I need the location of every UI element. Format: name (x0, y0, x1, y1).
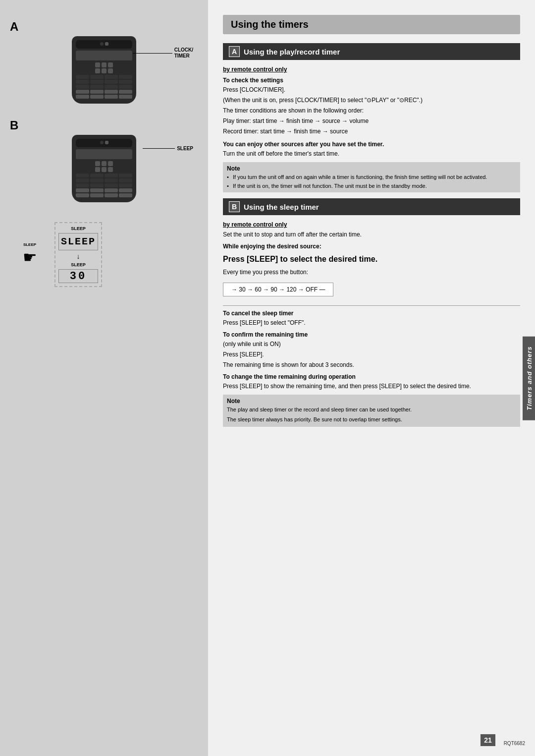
section-a-header: A Using the play/record timer (223, 43, 520, 60)
section-a-label: A (10, 20, 198, 34)
remote-btn (108, 68, 113, 73)
every-time-text: Every time you press the button: (223, 269, 520, 276)
remote-a-top (76, 40, 132, 49)
remote-btn (119, 80, 132, 84)
page-title: Using the timers (223, 15, 520, 34)
remote-btn (105, 178, 118, 182)
remote-btn (100, 141, 104, 144)
remote-btn (119, 178, 132, 182)
remote-btn (119, 183, 132, 187)
remote-btn (105, 75, 118, 79)
remote-btn (76, 80, 89, 84)
remote-btn (102, 62, 107, 67)
sleep-hand-icon-container: SLEEP ☛ (15, 240, 45, 270)
change-text: Press [SLEEP] to show the remaining time… (223, 382, 520, 391)
remote-display (76, 51, 132, 60)
while-enjoying-title: While enjoying the desired source: (223, 243, 520, 250)
remote-btn (119, 188, 132, 192)
page: A (0, 0, 535, 756)
clock-arrow-line (133, 53, 172, 54)
remote-btn (119, 85, 132, 89)
section-a-title: Using the play/record timer (244, 48, 340, 56)
remote-b (72, 135, 136, 202)
remote-btn (105, 42, 108, 46)
remote-btn (76, 85, 89, 89)
remote-b-container: SLEEP (10, 135, 198, 202)
right-panel: Using the timers A Using the play/record… (208, 0, 535, 756)
remote-btn (105, 174, 118, 177)
sleep-label-text: SLEEP (177, 146, 193, 151)
sleep-display-top-label: SLEEP (71, 226, 86, 231)
remote-grid-2 (76, 90, 132, 99)
remote-btn (119, 90, 132, 94)
press-sleep-text: Press [SLEEP] to select the desired time… (223, 255, 520, 264)
enjoy-bold-text: You can enjoy other sources after you ha… (223, 141, 384, 148)
remote-btn (102, 167, 107, 172)
note-box-2: Note The play and sleep timer or the rec… (223, 395, 520, 427)
confirm-text1: (only while unit is ON) (223, 340, 520, 349)
by-remote-2: by remote control only (223, 221, 520, 228)
clock-label-text: CLOCK/TIMER (174, 47, 193, 59)
note2-text1: The play and sleep timer or the record a… (227, 406, 516, 414)
note1-bullet1: If you turn the unit off and on again wh… (227, 173, 516, 182)
sleep-hand-icon: ☛ (23, 248, 37, 267)
remote-btn (100, 42, 104, 46)
remote-btn (105, 188, 118, 192)
remote-btn (76, 193, 89, 197)
remote-display-b (76, 149, 132, 159)
remote-btn (108, 161, 113, 166)
sleep-word-display: SLEEP (58, 233, 98, 250)
remote-btn (90, 95, 104, 99)
note1-title: Note (227, 164, 516, 173)
confirm-text3: The remaining time is shown for about 3 … (223, 360, 520, 369)
change-title: To change the time remaining during oper… (223, 373, 520, 380)
remote-btn (119, 193, 132, 197)
check-settings-text5: Record timer: start time → finish time →… (223, 127, 520, 136)
remote-btn (95, 62, 100, 67)
sleep-display-box: SLEEP SLEEP ↓ SLEEP 30 (54, 222, 102, 287)
remote-btn (95, 167, 100, 172)
check-settings-title: To check the settings (223, 77, 520, 84)
remote-btn (90, 188, 104, 192)
check-settings-text3: The timer conditions are shown in the fo… (223, 106, 520, 115)
remote-btn (95, 161, 100, 166)
remote-btn (90, 174, 104, 177)
note2-text2: The sleep timer always has priority. Be … (227, 415, 516, 424)
remote-btn (76, 188, 89, 192)
check-settings-text4: Play timer: start time → finish time → s… (223, 116, 520, 125)
section-b-header: B Using the sleep timer (223, 198, 520, 215)
sleep-icon-label: SLEEP (23, 242, 36, 247)
cancel-text: Press [SLEEP] to select "OFF". (223, 318, 520, 327)
remote-a (72, 36, 136, 104)
remote-b-grid (76, 174, 132, 187)
enjoy-text: Turn the unit off before the timer's sta… (223, 149, 520, 158)
left-panel: A (0, 0, 208, 756)
remote-btn (102, 68, 107, 73)
check-settings-text: Press [CLOCK/TIMER]. (223, 85, 520, 94)
remote-btn (105, 90, 118, 94)
note2-title: Note (227, 397, 516, 406)
section-b-badge: B (229, 201, 240, 212)
remote-btn (105, 95, 118, 99)
sidebar-tab: Timers and others (523, 336, 535, 420)
remote-a-lower (76, 75, 132, 99)
remote-btn (76, 95, 89, 99)
remote-btn (105, 85, 118, 89)
remote-btn (105, 141, 108, 144)
remote-btn (90, 80, 104, 84)
remote-b-grid-2 (76, 188, 132, 197)
timer-flow: → 30 → 60 → 90 → 120 → OFF — (223, 283, 333, 296)
remote-btn (119, 174, 132, 177)
section-b-label: B (10, 118, 198, 132)
remote-btn (105, 80, 118, 84)
remote-btn (90, 178, 104, 182)
remote-btn (105, 193, 118, 197)
by-remote-1: by remote control only (223, 66, 520, 73)
confirm-title: To confirm the remaining time (223, 331, 520, 338)
sleep-label-container: SLEEP (143, 146, 193, 151)
sleep-arrow-down: ↓ (77, 252, 80, 260)
divider (223, 305, 520, 306)
remote-btn (90, 85, 104, 89)
note1-bullet2: If the unit is on, the timer will not fu… (227, 182, 516, 191)
remote-btn (90, 90, 104, 94)
